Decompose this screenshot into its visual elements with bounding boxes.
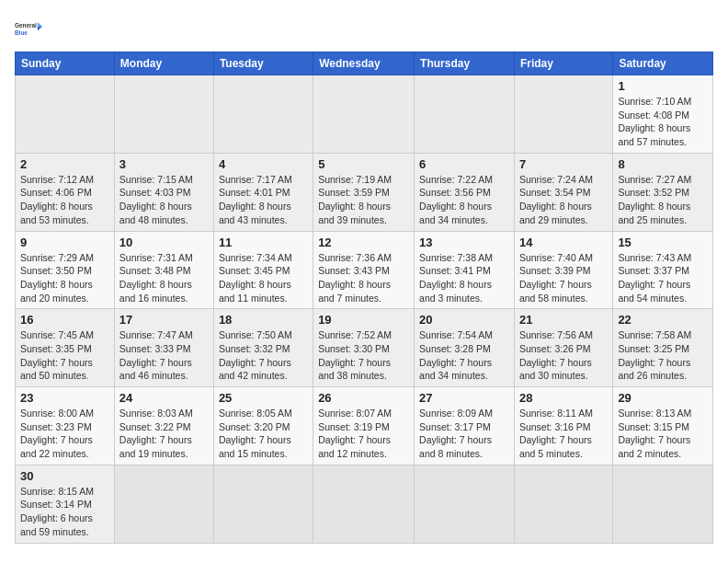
day-info: Sunrise: 8:13 AM Sunset: 3:15 PM Dayligh… <box>618 407 708 461</box>
calendar-cell: 4Sunrise: 7:17 AM Sunset: 4:01 PM Daylig… <box>213 153 313 231</box>
calendar-cell: 16Sunrise: 7:45 AM Sunset: 3:35 PM Dayli… <box>16 309 115 387</box>
calendar-cell <box>514 75 612 154</box>
day-number: 7 <box>519 157 608 171</box>
svg-text:Blue: Blue <box>15 29 28 36</box>
day-info: Sunrise: 8:15 AM Sunset: 3:14 PM Dayligh… <box>20 485 109 539</box>
day-number: 20 <box>419 313 509 327</box>
day-number: 4 <box>219 157 308 171</box>
day-info: Sunrise: 7:47 AM Sunset: 3:33 PM Dayligh… <box>119 328 209 383</box>
day-number: 30 <box>20 469 109 483</box>
calendar-cell: 15Sunrise: 7:43 AM Sunset: 3:37 PM Dayli… <box>613 231 713 309</box>
calendar-cell: 26Sunrise: 8:07 AM Sunset: 3:19 PM Dayli… <box>313 387 415 465</box>
day-info: Sunrise: 7:45 AM Sunset: 3:35 PM Dayligh… <box>20 328 109 383</box>
logo-icon: GeneralBlue <box>15 15 44 44</box>
weekday-header-monday: Monday <box>114 52 213 75</box>
day-number: 12 <box>318 236 409 249</box>
day-number: 9 <box>20 236 109 249</box>
calendar-cell <box>114 465 213 543</box>
calendar-cell <box>613 465 713 543</box>
calendar-week-4: 16Sunrise: 7:45 AM Sunset: 3:35 PM Dayli… <box>16 309 713 387</box>
calendar-cell: 23Sunrise: 8:00 AM Sunset: 3:23 PM Dayli… <box>16 387 115 465</box>
calendar-cell <box>313 75 415 154</box>
calendar-cell: 10Sunrise: 7:31 AM Sunset: 3:48 PM Dayli… <box>114 231 213 309</box>
day-info: Sunrise: 7:50 AM Sunset: 3:32 PM Dayligh… <box>219 328 308 383</box>
day-number: 11 <box>219 236 308 249</box>
day-info: Sunrise: 7:19 AM Sunset: 3:59 PM Dayligh… <box>318 173 409 227</box>
weekday-header-saturday: Saturday <box>613 52 713 75</box>
day-number: 15 <box>618 236 708 249</box>
day-info: Sunrise: 7:52 AM Sunset: 3:30 PM Dayligh… <box>318 328 409 383</box>
calendar-week-1: 1Sunrise: 7:10 AM Sunset: 4:08 PM Daylig… <box>16 75 713 154</box>
calendar-cell: 11Sunrise: 7:34 AM Sunset: 3:45 PM Dayli… <box>213 231 313 309</box>
day-number: 22 <box>618 313 708 327</box>
calendar-cell: 27Sunrise: 8:09 AM Sunset: 3:17 PM Dayli… <box>415 387 515 465</box>
weekday-header-thursday: Thursday <box>415 52 515 75</box>
day-number: 27 <box>419 391 509 405</box>
weekday-header-friday: Friday <box>514 52 612 75</box>
day-number: 24 <box>119 391 209 405</box>
day-number: 25 <box>219 391 308 405</box>
calendar-week-3: 9Sunrise: 7:29 AM Sunset: 3:50 PM Daylig… <box>16 231 713 309</box>
calendar-cell <box>313 465 415 543</box>
calendar-cell: 14Sunrise: 7:40 AM Sunset: 3:39 PM Dayli… <box>514 231 612 309</box>
day-info: Sunrise: 8:05 AM Sunset: 3:20 PM Dayligh… <box>219 407 308 461</box>
day-number: 26 <box>318 391 409 405</box>
weekday-header-tuesday: Tuesday <box>213 52 313 75</box>
weekday-header-row: SundayMondayTuesdayWednesdayThursdayFrid… <box>16 52 713 75</box>
day-number: 13 <box>419 236 509 249</box>
calendar-week-2: 2Sunrise: 7:12 AM Sunset: 4:06 PM Daylig… <box>16 153 713 231</box>
day-info: Sunrise: 7:27 AM Sunset: 3:52 PM Dayligh… <box>618 173 708 227</box>
calendar-cell <box>114 75 213 154</box>
day-info: Sunrise: 7:17 AM Sunset: 4:01 PM Dayligh… <box>219 173 308 227</box>
day-number: 28 <box>519 391 608 405</box>
day-number: 5 <box>318 157 409 171</box>
day-number: 3 <box>119 157 209 171</box>
day-info: Sunrise: 8:00 AM Sunset: 3:23 PM Dayligh… <box>20 407 109 461</box>
calendar-cell: 24Sunrise: 8:03 AM Sunset: 3:22 PM Dayli… <box>114 387 213 465</box>
day-info: Sunrise: 7:40 AM Sunset: 3:39 PM Dayligh… <box>519 251 608 305</box>
day-info: Sunrise: 8:07 AM Sunset: 3:19 PM Dayligh… <box>318 407 409 461</box>
day-info: Sunrise: 7:10 AM Sunset: 4:08 PM Dayligh… <box>618 95 708 149</box>
calendar-cell: 8Sunrise: 7:27 AM Sunset: 3:52 PM Daylig… <box>613 153 713 231</box>
calendar-cell: 3Sunrise: 7:15 AM Sunset: 4:03 PM Daylig… <box>114 153 213 231</box>
calendar-cell <box>16 75 115 154</box>
day-info: Sunrise: 7:58 AM Sunset: 3:25 PM Dayligh… <box>618 328 708 383</box>
calendar-cell: 17Sunrise: 7:47 AM Sunset: 3:33 PM Dayli… <box>114 309 213 387</box>
day-number: 14 <box>519 236 608 249</box>
day-number: 21 <box>519 313 608 327</box>
day-info: Sunrise: 8:09 AM Sunset: 3:17 PM Dayligh… <box>419 407 509 461</box>
calendar-cell: 22Sunrise: 7:58 AM Sunset: 3:25 PM Dayli… <box>613 309 713 387</box>
calendar-cell <box>213 465 313 543</box>
day-info: Sunrise: 7:12 AM Sunset: 4:06 PM Dayligh… <box>20 173 109 227</box>
day-number: 18 <box>219 313 308 327</box>
day-info: Sunrise: 7:22 AM Sunset: 3:56 PM Dayligh… <box>419 173 509 227</box>
calendar-cell: 13Sunrise: 7:38 AM Sunset: 3:41 PM Dayli… <box>415 231 515 309</box>
day-info: Sunrise: 7:34 AM Sunset: 3:45 PM Dayligh… <box>219 251 308 305</box>
day-number: 19 <box>318 313 409 327</box>
day-number: 23 <box>20 391 109 405</box>
calendar-cell: 25Sunrise: 8:05 AM Sunset: 3:20 PM Dayli… <box>213 387 313 465</box>
day-info: Sunrise: 7:29 AM Sunset: 3:50 PM Dayligh… <box>20 251 109 305</box>
calendar-table: SundayMondayTuesdayWednesdayThursdayFrid… <box>15 52 713 544</box>
day-number: 1 <box>618 79 708 93</box>
calendar-cell: 9Sunrise: 7:29 AM Sunset: 3:50 PM Daylig… <box>16 231 115 309</box>
calendar-cell: 2Sunrise: 7:12 AM Sunset: 4:06 PM Daylig… <box>16 153 115 231</box>
weekday-header-sunday: Sunday <box>16 52 115 75</box>
calendar-cell <box>415 75 515 154</box>
weekday-header-wednesday: Wednesday <box>313 52 415 75</box>
day-info: Sunrise: 7:38 AM Sunset: 3:41 PM Dayligh… <box>419 251 509 305</box>
logo: GeneralBlue <box>15 15 44 44</box>
calendar-cell: 12Sunrise: 7:36 AM Sunset: 3:43 PM Dayli… <box>313 231 415 309</box>
day-number: 10 <box>119 236 209 249</box>
day-info: Sunrise: 7:56 AM Sunset: 3:26 PM Dayligh… <box>519 328 608 383</box>
calendar-cell: 5Sunrise: 7:19 AM Sunset: 3:59 PM Daylig… <box>313 153 415 231</box>
day-info: Sunrise: 7:24 AM Sunset: 3:54 PM Dayligh… <box>519 173 608 227</box>
calendar-cell: 28Sunrise: 8:11 AM Sunset: 3:16 PM Dayli… <box>514 387 612 465</box>
day-number: 8 <box>618 157 708 171</box>
calendar-cell: 20Sunrise: 7:54 AM Sunset: 3:28 PM Dayli… <box>415 309 515 387</box>
day-info: Sunrise: 7:31 AM Sunset: 3:48 PM Dayligh… <box>119 251 209 305</box>
calendar-cell: 29Sunrise: 8:13 AM Sunset: 3:15 PM Dayli… <box>613 387 713 465</box>
day-info: Sunrise: 7:43 AM Sunset: 3:37 PM Dayligh… <box>618 251 708 305</box>
svg-marker-3 <box>38 27 42 31</box>
calendar-cell: 1Sunrise: 7:10 AM Sunset: 4:08 PM Daylig… <box>613 75 713 154</box>
